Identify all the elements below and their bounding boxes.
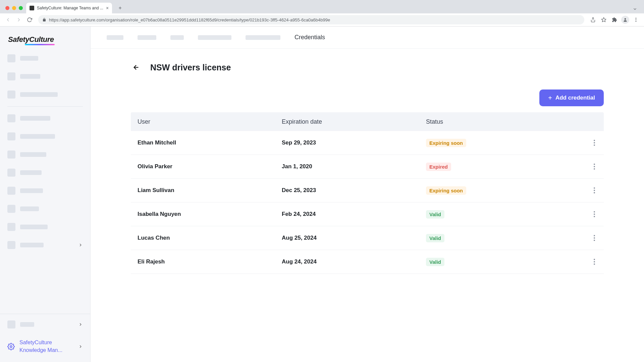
td-user: Eli Rajesh: [138, 258, 282, 265]
placeholder-text: [20, 56, 38, 61]
window-minimize-icon[interactable]: [12, 6, 16, 10]
nav-list-primary: [0, 51, 90, 102]
browser-chrome: SafetyCulture: Manage Teams and ... × + …: [0, 0, 644, 26]
tab-title: SafetyCulture: Manage Teams and ...: [37, 6, 103, 10]
chevron-right-icon: [78, 344, 83, 349]
svg-point-5: [636, 21, 637, 22]
placeholder-icon: [7, 90, 15, 99]
td-expiration: Sep 29, 2023: [282, 139, 426, 146]
placeholder-icon: [7, 223, 15, 231]
kebab-icon: [592, 233, 597, 243]
new-tab-button[interactable]: +: [115, 3, 125, 13]
url-bar[interactable]: https://app.safetyculture.com/organisati…: [38, 15, 584, 24]
table-row[interactable]: Liam SullivanDec 25, 2023Expiring soon: [131, 179, 604, 202]
url-text: https://app.safetyculture.com/organisati…: [49, 17, 330, 22]
sidebar-item[interactable]: [0, 314, 90, 335]
nav-list-secondary: [0, 111, 90, 252]
td-status: Valid: [426, 234, 570, 242]
topbar-tab-credentials[interactable]: Credentials: [294, 34, 325, 41]
sidebar-item[interactable]: [7, 51, 83, 65]
window-zoom-icon[interactable]: [19, 6, 23, 10]
placeholder-icon: [7, 132, 15, 140]
nav-back-button[interactable]: [3, 15, 13, 24]
row-menu-button[interactable]: [570, 185, 597, 195]
browser-tab[interactable]: SafetyCulture: Manage Teams and ... ×: [26, 3, 112, 13]
tab-close-icon[interactable]: ×: [106, 5, 109, 11]
td-expiration: Jan 1, 2020: [282, 163, 426, 170]
kebab-icon: [592, 185, 597, 195]
add-credential-button[interactable]: + Add credential: [539, 89, 604, 106]
placeholder-text: [20, 188, 43, 193]
browser-menu-icon[interactable]: [631, 15, 641, 24]
sidebar-item[interactable]: [7, 238, 83, 252]
sidebar-item[interactable]: [7, 147, 83, 162]
row-menu-button[interactable]: [570, 257, 597, 267]
row-menu-button[interactable]: [570, 209, 597, 219]
content: NSW drivers license + Add credential Use…: [91, 49, 644, 274]
sidebar-item-knowledge[interactable]: SafetyCulture Knowledge Man...: [0, 335, 90, 362]
sidebar-item[interactable]: [7, 111, 83, 125]
th-user: User: [138, 118, 282, 125]
sidebar: SafetyCulture: [0, 26, 91, 362]
kebab-icon: [592, 138, 597, 148]
sidebar-item[interactable]: [7, 166, 83, 180]
topbar-placeholder: [170, 35, 184, 40]
nav-forward-button[interactable]: [14, 15, 23, 24]
table-row[interactable]: Isabella NguyenFeb 24, 2024Valid: [131, 202, 604, 226]
topbar-placeholder: [246, 35, 280, 40]
row-menu-button[interactable]: [570, 162, 597, 172]
td-expiration: Feb 24, 2024: [282, 211, 426, 218]
table-row[interactable]: Olivia ParkerJan 1, 2020Expired: [131, 155, 604, 179]
svg-point-3: [636, 18, 637, 19]
logo: SafetyCulture: [8, 35, 54, 44]
credentials-table: User Expiration date Status Ethan Mitche…: [131, 112, 604, 274]
status-badge: Valid: [426, 234, 444, 242]
th-expiration: Expiration date: [282, 118, 426, 125]
tabs-overflow-icon[interactable]: [633, 7, 637, 11]
add-button-label: Add credential: [555, 95, 595, 101]
table-row[interactable]: Ethan MitchellSep 29, 2023Expiring soon: [131, 131, 604, 155]
sidebar-bottom: SafetyCulture Knowledge Man...: [0, 314, 90, 362]
sidebar-item[interactable]: [7, 184, 83, 198]
sidebar-item[interactable]: [7, 69, 83, 83]
placeholder-icon: [7, 205, 15, 213]
td-user: Isabella Nguyen: [138, 211, 282, 218]
row-menu-button[interactable]: [570, 138, 597, 148]
tab-strip: SafetyCulture: Manage Teams and ... × +: [0, 0, 644, 13]
table-row[interactable]: Lucas ChenAug 25, 2024Valid: [131, 226, 604, 250]
kebab-icon: [592, 209, 597, 219]
td-status: Expired: [426, 163, 570, 171]
share-icon[interactable]: [588, 15, 598, 24]
sidebar-item[interactable]: [7, 87, 83, 102]
status-badge: Expiring soon: [426, 186, 466, 195]
sidebar-item[interactable]: [7, 129, 83, 143]
action-row: + Add credential: [131, 89, 604, 106]
window-close-icon[interactable]: [5, 6, 9, 10]
placeholder-text: [20, 92, 58, 97]
nav-reload-button[interactable]: [25, 15, 34, 24]
table-row[interactable]: Eli RajeshAug 24, 2024Valid: [131, 250, 604, 274]
window-controls: [4, 6, 26, 13]
placeholder-icon: [7, 320, 15, 328]
back-button[interactable]: [131, 62, 142, 73]
nav-divider: [7, 106, 83, 107]
placeholder-text: [20, 322, 34, 327]
chevron-right-icon: [78, 322, 83, 327]
row-menu-button[interactable]: [570, 233, 597, 243]
td-user: Lucas Chen: [138, 235, 282, 241]
status-badge: Valid: [426, 258, 444, 266]
placeholder-text: [20, 134, 55, 139]
sidebar-item-label: SafetyCulture Knowledge Man...: [19, 339, 73, 354]
placeholder-icon: [7, 187, 15, 195]
placeholder-text: [20, 225, 48, 229]
bookmark-star-icon[interactable]: [599, 15, 608, 24]
sidebar-item[interactable]: [7, 202, 83, 216]
placeholder-text: [20, 74, 40, 79]
extensions-icon[interactable]: [610, 15, 619, 24]
td-status: Expiring soon: [426, 186, 570, 195]
placeholder-text: [20, 206, 39, 211]
td-status: Valid: [426, 258, 570, 266]
profile-avatar[interactable]: [621, 15, 630, 24]
sidebar-item[interactable]: [7, 220, 83, 234]
table-header: User Expiration date Status: [131, 112, 604, 131]
